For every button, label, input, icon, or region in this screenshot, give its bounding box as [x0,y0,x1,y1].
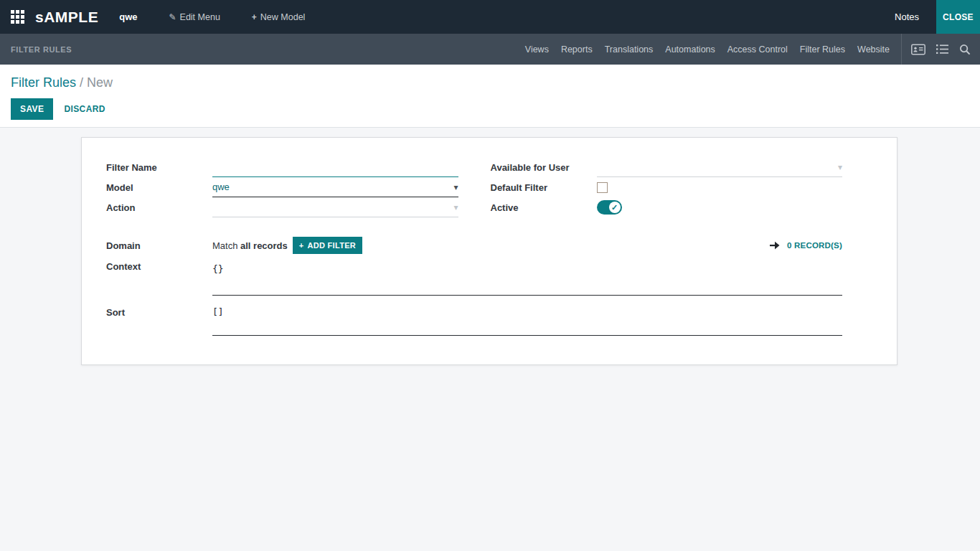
default-filter-fieldwrap [597,177,843,197]
save-button[interactable]: SAVE [11,98,53,120]
field-row-domain: Domain Match all records + ADD FILTER 0 … [106,235,842,255]
studio-bar-divider [901,34,902,65]
available-for-user-label: Available for User [491,162,597,173]
model-combo[interactable]: qwe ▾ [212,177,458,197]
chevron-down-icon[interactable]: ▾ [838,163,842,171]
list-view-icon[interactable] [936,44,948,55]
tab-filter-rules[interactable]: Filter Rules [800,44,845,55]
top-navbar: sAMPLE qwe ✎ Edit Menu + New Model Notes… [0,0,980,34]
tab-website[interactable]: Website [857,44,890,55]
top-menu-item-qwe[interactable]: qwe [119,11,137,22]
action-combo[interactable]: ▾ [212,197,458,217]
check-icon: ✓ [611,204,618,212]
domain-label: Domain [106,240,212,251]
topbar-right: Notes CLOSE [895,0,980,34]
plus-icon: + [252,12,257,22]
tab-automations[interactable]: Automations [665,44,715,55]
breadcrumb: Filter Rules / New [11,75,969,90]
breadcrumb-parent[interactable]: Filter Rules [11,75,76,90]
add-filter-label: ADD FILTER [308,241,357,250]
breadcrumb-current: / New [76,75,113,90]
tab-access-control[interactable]: Access Control [727,44,788,55]
form-right-column: Available for User ▾ Default Filter Acti… [491,157,843,217]
form-left-column: Filter Name Model qwe ▾ Action [106,157,458,217]
field-row-sort: Sort [] [106,306,842,336]
field-row-context: Context {} [106,260,842,296]
available-for-user-combo[interactable]: ▾ [597,157,843,177]
new-model-label: New Model [260,12,306,22]
studio-breadcrumb: FILTER RULES [11,45,72,54]
field-row-active: Active ✓ [491,197,843,217]
tab-views[interactable]: Views [525,44,549,55]
records-count: 0 RECORD(S) [787,241,842,250]
pencil-icon: ✎ [169,12,176,22]
chevron-down-icon[interactable]: ▾ [453,203,458,212]
domain-match-bold: all records [240,240,288,251]
field-row-action: Action ▾ [106,197,458,217]
active-fieldwrap: ✓ [597,197,843,217]
model-value[interactable]: qwe [212,182,230,192]
context-label: Context [106,260,212,272]
domain-control: Match all records + ADD FILTER 0 RECORD(… [212,237,842,254]
discard-button[interactable]: DISCARD [64,104,105,114]
tab-reports[interactable]: Reports [561,44,593,55]
sort-label: Sort [106,306,212,318]
default-filter-label: Default Filter [491,182,597,193]
control-panel-actions: SAVE DISCARD [11,98,969,120]
action-label: Action [106,202,212,213]
notes-button[interactable]: Notes [895,11,919,22]
content-area: Filter Name Model qwe ▾ Action [0,128,980,551]
view-switcher [911,44,971,55]
field-row-model: Model qwe ▾ [106,177,458,197]
form-top-grid: Filter Name Model qwe ▾ Action [106,157,842,217]
model-label: Model [106,182,212,193]
add-filter-button[interactable]: + ADD FILTER [293,237,362,254]
section-gap [106,217,842,235]
filter-name-input[interactable] [212,157,458,176]
edit-menu-label: Edit Menu [180,12,220,22]
search-icon[interactable] [959,44,971,55]
field-row-available-for-user: Available for User ▾ [491,157,843,177]
filter-name-label: Filter Name [106,162,212,173]
field-row-default-filter: Default Filter [491,177,843,197]
filter-name-fieldwrap [212,157,458,177]
app-brand[interactable]: sAMPLE [35,9,98,26]
apps-grid-icon[interactable] [11,10,24,24]
domain-match-text: Match all records [212,240,288,251]
active-label: Active [491,202,597,213]
studio-bar: FILTER RULES Views Reports Translations … [0,34,980,65]
control-panel: Filter Rules / New SAVE DISCARD [0,65,980,128]
chevron-down-icon[interactable]: ▾ [453,183,458,192]
close-button[interactable]: CLOSE [936,0,980,34]
records-link[interactable]: 0 RECORD(S) [769,240,842,250]
edit-menu-button[interactable]: ✎ Edit Menu [169,12,220,22]
form-sheet: Filter Name Model qwe ▾ Action [81,137,897,365]
tab-translations[interactable]: Translations [605,44,654,55]
new-model-button[interactable]: + New Model [252,12,306,22]
active-toggle[interactable]: ✓ [597,200,622,215]
studio-tabs: Views Reports Translations Automations A… [525,44,890,55]
arrow-right-icon [769,240,781,250]
plus-icon: + [299,241,304,250]
card-view-icon[interactable] [911,44,925,55]
toggle-knob: ✓ [609,202,621,213]
default-filter-checkbox[interactable] [597,182,608,193]
field-row-filter-name: Filter Name [106,157,458,177]
context-textarea[interactable]: {} [212,263,842,296]
sort-textarea[interactable]: [] [212,306,842,336]
